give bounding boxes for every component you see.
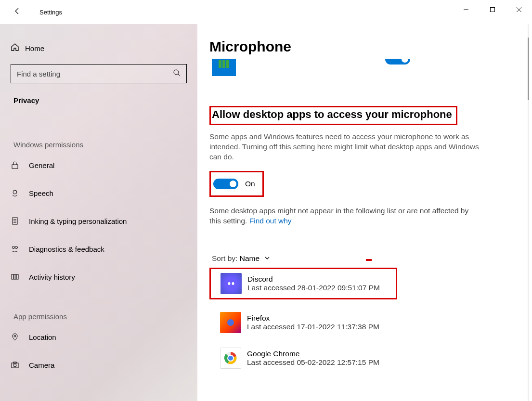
close-button[interactable]: [506, 0, 532, 19]
search-placeholder: Find a setting: [17, 70, 60, 78]
search-icon: [173, 69, 181, 78]
history-icon: [11, 272, 29, 281]
svg-rect-14: [12, 274, 13, 279]
svg-rect-6: [12, 165, 18, 168]
feedback-icon: [11, 245, 29, 253]
section-heading: Allow desktop apps to access your microp…: [209, 106, 457, 125]
desktop-access-toggle-row: On: [209, 171, 264, 197]
lock-icon: [11, 161, 29, 169]
app-row-chrome[interactable]: Google Chrome Last accessed 05-02-2022 1…: [209, 346, 513, 371]
svg-point-25: [232, 282, 234, 285]
page-title: Microphone: [209, 39, 513, 55]
toggle-label: On: [245, 180, 255, 188]
svg-point-7: [13, 190, 17, 194]
sidebar: Home Find a setting Privacy Windows perm…: [0, 24, 197, 401]
app-row-firefox[interactable]: Firefox Last accessed 17-01-2022 11:37:3…: [209, 310, 513, 335]
scrollbar-thumb[interactable]: [528, 38, 529, 100]
speech-icon: [11, 189, 29, 197]
nav-inking[interactable]: Inking & typing personalization: [0, 209, 197, 233]
annotation-mark: [366, 259, 372, 261]
camera-icon: [11, 361, 29, 369]
svg-point-4: [174, 70, 179, 75]
svg-point-17: [14, 335, 16, 337]
app-row-discord[interactable]: Discord Last accessed 28-01-2022 09:51:0…: [221, 271, 393, 296]
clipped-prev-section: [209, 59, 513, 77]
svg-point-19: [13, 364, 16, 367]
xbox-icon: [212, 59, 236, 76]
main-panel: Microphone Allow desktop apps to access …: [197, 24, 532, 401]
svg-rect-1: [490, 8, 494, 12]
group-heading-windows: Windows permissions: [0, 141, 197, 149]
svg-point-12: [13, 246, 15, 249]
maximize-button[interactable]: [479, 0, 506, 19]
discord-icon: [221, 273, 242, 294]
svg-rect-22: [222, 60, 225, 68]
scrollbar[interactable]: [528, 24, 529, 401]
nav-general[interactable]: General: [0, 154, 197, 177]
chrome-icon: [220, 348, 241, 369]
app-sub: Last accessed 05-02-2022 12:57:15 PM: [247, 358, 379, 367]
window-title: Settings: [39, 9, 62, 16]
nav-diagnostics[interactable]: Diagnostics & feedback: [0, 237, 197, 260]
home-label: Home: [25, 44, 44, 52]
titlebar: Settings: [0, 0, 532, 24]
sort-control[interactable]: Sort by: Name: [209, 254, 513, 263]
find-out-why-link[interactable]: Find out why: [249, 217, 292, 225]
app-name: Firefox: [247, 314, 379, 323]
app-name: Discord: [247, 275, 380, 284]
chevron-down-icon: [264, 254, 270, 262]
nav-camera[interactable]: Camera: [0, 353, 197, 376]
svg-rect-16: [16, 274, 18, 279]
svg-rect-15: [14, 274, 16, 279]
group-heading-app: App permissions: [0, 312, 197, 321]
section-description: Some apps and Windows features need to a…: [209, 132, 479, 162]
home-nav[interactable]: Home: [0, 39, 197, 58]
back-button[interactable]: [13, 7, 23, 17]
svg-point-24: [228, 282, 231, 285]
nav-activity[interactable]: Activity history: [0, 265, 197, 288]
category-label: Privacy: [0, 83, 197, 104]
desktop-access-toggle[interactable]: [213, 179, 238, 189]
firefox-icon: [220, 312, 241, 333]
svg-line-5: [178, 74, 180, 76]
nav-location[interactable]: Location: [0, 325, 197, 349]
svg-point-13: [15, 246, 18, 249]
location-icon: [11, 333, 29, 341]
app-sub: Last accessed 28-01-2022 09:51:07 PM: [247, 284, 380, 292]
search-input[interactable]: Find a setting: [11, 64, 187, 83]
app-name: Google Chrome: [247, 349, 379, 358]
svg-point-26: [227, 319, 234, 326]
svg-rect-23: [226, 60, 229, 68]
nav-speech[interactable]: Speech: [0, 181, 197, 205]
app-sub: Last accessed 17-01-2022 11:37:38 PM: [247, 323, 379, 331]
note-text: Some desktop apps might not appear in th…: [209, 206, 479, 226]
prev-toggle[interactable]: [385, 59, 410, 65]
app-row-discord-highlight: Discord Last accessed 28-01-2022 09:51:0…: [209, 268, 397, 299]
clipboard-icon: [11, 217, 29, 225]
home-icon: [11, 43, 25, 53]
minimize-button[interactable]: [453, 0, 479, 19]
svg-rect-21: [219, 60, 221, 68]
